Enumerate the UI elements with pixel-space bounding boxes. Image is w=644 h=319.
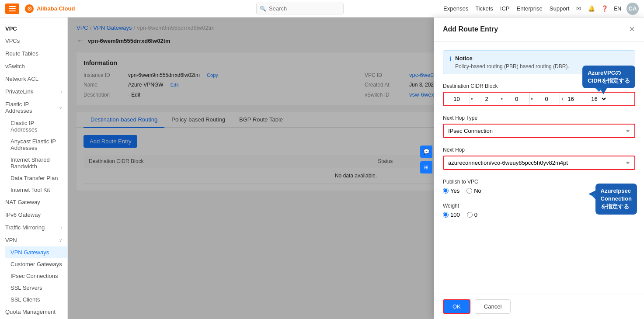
- top-navigation: ⊙ Alibaba Cloud 🔍 Expenses Tickets ICP E…: [0, 0, 644, 17]
- chevron-right-icon: ›: [61, 89, 62, 94]
- drawer-footer: OK Cancel: [434, 294, 644, 319]
- enterprise-link[interactable]: Enterprise: [517, 5, 543, 12]
- drawer-header: Add Route Entry ✕: [434, 17, 644, 42]
- publish-no-label[interactable]: No: [466, 187, 481, 194]
- publish-yes-radio[interactable]: [443, 188, 449, 194]
- sidebar-item-data-transfer[interactable]: Data Transfer Plan: [5, 172, 67, 184]
- next-hop-label: Next Hop: [443, 147, 635, 153]
- add-route-entry-drawer: Add Route Entry ✕ ℹ Notice Policy-based …: [434, 17, 644, 319]
- sidebar-item-internet-tool[interactable]: Internet Tool Kit: [5, 184, 67, 196]
- tickets-link[interactable]: Tickets: [475, 5, 493, 12]
- publish-no-radio[interactable]: [466, 188, 472, 194]
- cidr-octet-4[interactable]: [534, 93, 560, 105]
- mail-icon[interactable]: ✉: [574, 5, 582, 13]
- publish-yes-text: Yes: [450, 187, 460, 194]
- next-hop-type-select[interactable]: IPsec Connection: [443, 124, 635, 138]
- question-icon[interactable]: ❓: [601, 5, 609, 13]
- bell-icon[interactable]: 🔔: [588, 5, 595, 13]
- search-bar[interactable]: 🔍: [256, 3, 431, 14]
- notice-title: Notice: [455, 55, 569, 62]
- right-edge-panel: 💬 ⊞: [420, 146, 432, 173]
- expenses-link[interactable]: Expenses: [443, 5, 468, 12]
- svg-text:⊙: ⊙: [27, 5, 32, 12]
- sidebar-item-route-tables[interactable]: Route Tables: [0, 47, 67, 60]
- callout-ipsec: AzureIpsec Connection を指定する: [595, 184, 637, 215]
- sidebar-item-elastic-ip[interactable]: Elastic IP Addresses ∨: [0, 98, 67, 117]
- next-hop-form-group: Next Hop azureconnection/vco-6weuy85pcc5…: [443, 147, 635, 170]
- weight-100-text: 100: [450, 212, 460, 218]
- logo: ⊙ Alibaba Cloud: [24, 4, 75, 14]
- sidebar-item-anycast-eip[interactable]: Anycast Elastic IP Addresses: [5, 135, 67, 154]
- sidebar-item-vpn[interactable]: VPN ∨: [0, 234, 67, 246]
- publish-yes-label[interactable]: Yes: [443, 187, 460, 194]
- next-hop-select-wrap: azureconnection/vco-6weuy85pcc5h0yv82m4p…: [443, 156, 635, 170]
- cancel-button[interactable]: Cancel: [475, 299, 511, 314]
- chevron-right-icon-2: ›: [61, 225, 62, 230]
- sidebar-item-vswitch[interactable]: vSwitch: [0, 60, 67, 73]
- next-hop-type-select-wrap: IPsec Connection: [443, 124, 635, 138]
- drawer-title: Add Route Entry: [443, 25, 498, 33]
- settings-button[interactable]: ⊞: [420, 161, 432, 173]
- sidebar-item-ipsec-connections[interactable]: IPsec Connections: [5, 270, 67, 282]
- info-icon: ℹ: [449, 55, 452, 69]
- language-selector[interactable]: EN: [614, 6, 621, 12]
- sidebar-item-nat-gateway[interactable]: NAT Gateway: [0, 196, 67, 208]
- elastic-ip-submenu: Elastic IP Addresses Anycast Elastic IP …: [0, 117, 67, 196]
- sidebar-item-quota-management[interactable]: Quota Management: [0, 305, 67, 318]
- nav-icons: ✉ 🔔 ❓ EN CA: [574, 3, 639, 15]
- sidebar-item-vpn-gateways[interactable]: VPN Gateways: [5, 246, 67, 258]
- notice-content: Notice Policy-based routing (PBR) based …: [455, 55, 569, 69]
- chevron-down-icon-2: ∨: [59, 238, 62, 243]
- sidebar-section-vpc: VPC: [0, 21, 67, 35]
- icp-link[interactable]: ICP: [500, 5, 510, 12]
- sidebar-item-traffic-mirroring[interactable]: Traffic Mirroring ›: [0, 221, 67, 234]
- search-icon: 🔍: [260, 6, 266, 12]
- sidebar-item-vpcs[interactable]: VPCs: [0, 35, 67, 47]
- weight-0-label[interactable]: 0: [467, 212, 477, 218]
- sidebar: VPC VPCs Route Tables vSwitch Network AC…: [0, 17, 68, 319]
- weight-0-text: 0: [474, 212, 477, 218]
- callout-cidr: AzureVPCの CIDRを指定する: [582, 66, 635, 88]
- cidr-octet-3[interactable]: [504, 93, 530, 105]
- chevron-down-icon: ∨: [59, 105, 62, 110]
- next-hop-select[interactable]: azureconnection/vco-6weuy85pcc5h0yv82m4p…: [443, 156, 635, 170]
- sidebar-item-privatelink[interactable]: PrivateLink ›: [0, 85, 67, 98]
- cidr-dot-3: •: [530, 96, 534, 102]
- publish-no-text: No: [474, 187, 481, 194]
- next-hop-type-label: Next Hop Type: [443, 115, 635, 121]
- logo-icon: ⊙: [24, 4, 34, 14]
- cidr-octet-2[interactable]: [474, 93, 500, 105]
- support-link[interactable]: Support: [550, 5, 570, 12]
- next-hop-type-form-group: Next Hop Type IPsec Connection: [443, 115, 635, 138]
- cidr-prefix-input[interactable]: [565, 93, 587, 105]
- sidebar-item-internet-bandwidth[interactable]: Internet Shared Bandwidth: [5, 154, 67, 172]
- sidebar-item-ssl-clients[interactable]: SSL Clients: [5, 294, 67, 305]
- search-input[interactable]: [256, 3, 344, 14]
- sidebar-item-eip[interactable]: Elastic IP Addresses: [5, 117, 67, 135]
- sidebar-item-ssl-servers[interactable]: SSL Servers: [5, 282, 67, 294]
- weight-100-radio[interactable]: [443, 212, 449, 218]
- user-avatar[interactable]: CA: [627, 3, 639, 15]
- nav-links: Expenses Tickets ICP Enterprise Support: [443, 5, 569, 12]
- sidebar-item-customer-gateways[interactable]: Customer Gateways: [5, 258, 67, 270]
- weight-100-label[interactable]: 100: [443, 212, 460, 218]
- cidr-dot-1: •: [470, 96, 474, 102]
- menu-toggle[interactable]: [5, 3, 19, 14]
- feedback-button[interactable]: 💬: [420, 146, 432, 158]
- sidebar-item-ipv6-gateway[interactable]: IPv6 Gateway: [0, 208, 67, 221]
- sidebar-item-network-acl[interactable]: Network ACL: [0, 73, 67, 85]
- cidr-dot-2: •: [500, 96, 504, 102]
- logo-text: Alibaba Cloud: [37, 5, 75, 12]
- notice-text: Policy-based routing (PBR) based routing…: [455, 63, 569, 69]
- vpn-submenu: VPN Gateways Customer Gateways IPsec Con…: [0, 246, 67, 305]
- cidr-slash: /: [560, 96, 565, 102]
- weight-0-radio[interactable]: [467, 212, 473, 218]
- drawer-close-button[interactable]: ✕: [629, 24, 635, 34]
- ok-button[interactable]: OK: [443, 299, 470, 314]
- cidr-octet-1[interactable]: [444, 93, 470, 105]
